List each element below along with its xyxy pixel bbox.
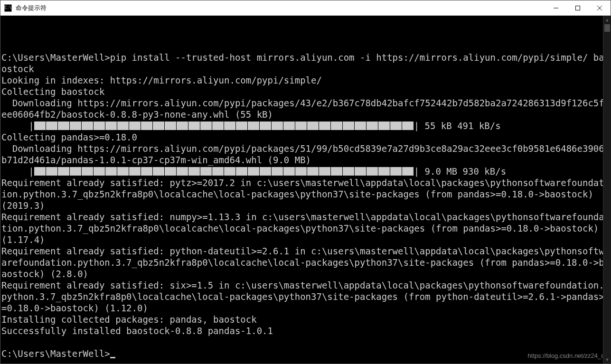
scroll-down-arrow-icon[interactable]: ▼ [603, 355, 611, 364]
progress-fill [34, 121, 414, 131]
progress-bar-2: || 9.0 MB 930 kB/s [1, 166, 610, 177]
progress-bar-1: || 55 kB 491 kB/s [1, 120, 610, 131]
minimize-button[interactable] [545, 0, 567, 15]
command-prompt-window: C:\ 命令提示符 C:\Users\MasterWell>pip instal… [0, 0, 611, 364]
progress-stats: 9.0 MB 930 kB/s [419, 166, 506, 177]
output-line: Successfully installed baostock-0.8.8 pa… [1, 326, 273, 336]
close-button[interactable] [589, 0, 611, 15]
output-line: Installing collected packages: pandas, b… [1, 314, 257, 325]
output-line: Requirement already satisfied: pytz>=201… [1, 177, 604, 211]
prompt: C:\Users\MasterWell> [1, 52, 110, 63]
scrollbar-thumb[interactable] [604, 24, 610, 32]
window-title: 命令提示符 [16, 4, 545, 12]
app-icon: C:\ [4, 4, 12, 12]
output-line: Downloading https://mirrors.aliyun.com/p… [1, 98, 604, 120]
output-line: Collecting baostock [1, 86, 104, 97]
output-line: Collecting pandas>=0.18.0 [1, 132, 137, 142]
terminal-area[interactable]: C:\Users\MasterWell>pip install --truste… [0, 16, 611, 364]
svg-rect-1 [576, 6, 580, 10]
output-line: Requirement already satisfied: six>=1.5 … [1, 280, 604, 313]
terminal-content: C:\Users\MasterWell>pip install --truste… [1, 40, 610, 359]
output-line: Requirement already satisfied: python-da… [1, 246, 604, 279]
app-icon-text: C:\ [5, 6, 11, 10]
titlebar[interactable]: C:\ 命令提示符 [0, 0, 611, 16]
progress-fill [34, 167, 414, 176]
output-line: Looking in indexes: https://mirrors.aliy… [1, 75, 322, 85]
maximize-button[interactable] [567, 0, 589, 15]
output-line: Requirement already satisfied: numpy>=1.… [1, 212, 604, 245]
scroll-up-arrow-icon[interactable]: ▲ [603, 16, 611, 24]
window-controls [545, 0, 611, 15]
cursor [110, 357, 115, 358]
progress-stats: 55 kB 491 kB/s [419, 120, 501, 131]
output-line: Downloading https://mirrors.aliyun.com/p… [1, 143, 604, 165]
prompt: C:\Users\MasterWell> [1, 348, 110, 359]
scrollbar[interactable]: ▲ ▼ [603, 16, 611, 364]
watermark: https://blog.csdn.net/zz24_co [528, 350, 608, 362]
